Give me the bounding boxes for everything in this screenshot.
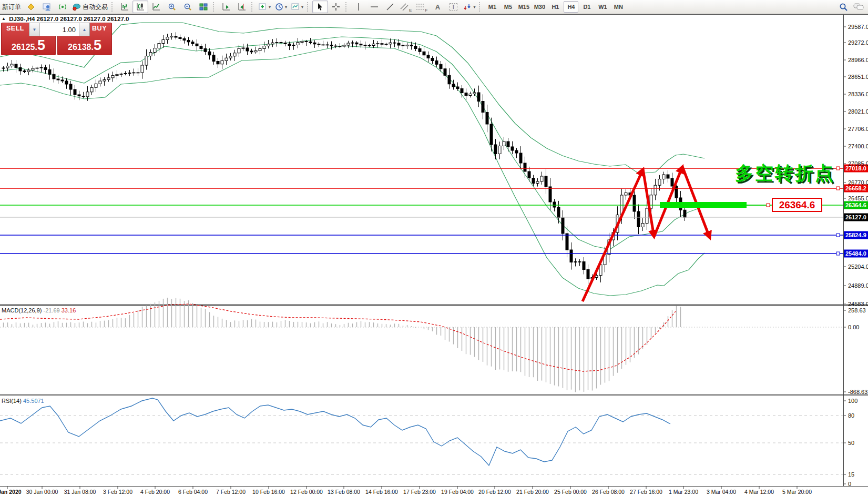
periods-button[interactable]: ▾	[273, 1, 289, 13]
time-tick-label: 19 Feb 04:00	[441, 489, 474, 495]
bar-chart-mode-button[interactable]	[117, 1, 132, 13]
volume-decrease-button[interactable]: ▼	[29, 23, 40, 36]
rsi-value: 45.5071	[23, 398, 44, 404]
chart-canvas[interactable]: 27018.026658.226364.626127.025824.925484…	[0, 0, 868, 496]
time-axis[interactable]: 8 Jan 202030 Jan 00:0031 Jan 08:003 Feb …	[0, 487, 812, 495]
highlight-zone-bar[interactable]	[660, 202, 747, 208]
toolbar-grip	[307, 2, 311, 12]
deposit-icon-button[interactable]	[23, 1, 39, 13]
arrows-tool-button[interactable]: ▾	[461, 1, 477, 13]
time-tick-label: 27 Feb 16:00	[630, 489, 662, 495]
timeframe-button-M5[interactable]: M5	[501, 1, 515, 13]
price-tick-label: 24583.0	[848, 301, 868, 307]
price-tick-label: 27706.0	[848, 126, 868, 132]
price-tick-label: 28336.0	[848, 91, 868, 97]
gold-diamond-icon	[27, 3, 35, 11]
timeframe-group: M1M5M15M30H1H4D1W1MN	[484, 1, 626, 13]
timeframe-button-M15[interactable]: M15	[516, 1, 531, 13]
templates-button[interactable]: ▾	[289, 1, 305, 13]
market-profile-button[interactable]	[39, 1, 55, 13]
toolbar-grip	[213, 2, 217, 12]
indicators-plus-icon	[259, 3, 267, 11]
toolbar-right	[839, 3, 864, 12]
chat-icon[interactable]	[853, 3, 864, 11]
auto-trading-button[interactable]: 自动交易	[70, 1, 110, 13]
axis-price-tag-text: 26364.6	[845, 202, 866, 208]
time-tick-label: 5 Mar 20:00	[782, 489, 812, 495]
horizontal-line-icon	[370, 3, 379, 11]
line-chart-mode-button[interactable]	[148, 1, 164, 13]
line-handle[interactable]	[836, 187, 840, 190]
price-tick-label: 28021.0	[848, 108, 868, 115]
indicators-button[interactable]: ▾	[257, 1, 273, 13]
time-tick-label: 4 Mar 12:00	[744, 489, 774, 495]
time-tick-label: 17 Feb 23:00	[403, 489, 436, 495]
time-tick-label: 14 Feb 16:00	[365, 489, 398, 495]
fibo-sub-label: F	[425, 8, 427, 13]
text-tool-button[interactable]: A	[430, 1, 445, 13]
text-label-icon: T	[450, 3, 457, 11]
chart-shift-button[interactable]	[234, 1, 250, 13]
signal-icon	[58, 3, 67, 11]
price-callout-label[interactable]: 26364.6	[772, 198, 822, 212]
line-handle[interactable]	[836, 252, 840, 255]
fibonacci-tool-button[interactable]: F	[414, 1, 430, 13]
turning-point-annotation[interactable]: 多空转折点	[735, 161, 835, 186]
zoom-out-button[interactable]	[180, 1, 196, 13]
axis-price-tag-text: 25484.0	[845, 250, 866, 257]
time-tick-label: 30 Jan 00:00	[26, 489, 58, 495]
callout-handle[interactable]	[767, 204, 770, 207]
horizontal-level-lines[interactable]	[0, 167, 843, 255]
candlestick-mode-button[interactable]	[132, 1, 148, 13]
cursor-tool-button[interactable]	[312, 1, 328, 13]
timeframe-button-D1[interactable]: D1	[579, 1, 594, 13]
text-label-tool-button[interactable]: T	[445, 1, 461, 13]
zoom-in-icon	[168, 3, 176, 11]
vertical-line-icon	[354, 3, 363, 11]
crosshair-tool-button[interactable]	[328, 1, 344, 13]
line-handle[interactable]	[836, 167, 840, 170]
template-icon	[291, 3, 300, 11]
equidistant-channel-tool-button[interactable]: E	[398, 1, 414, 13]
zoom-in-button[interactable]	[164, 1, 180, 13]
new-order-button[interactable]: 新订单	[0, 1, 23, 13]
time-tick-label: 4 Feb 20:00	[140, 489, 170, 495]
symbol-title-text: DJ30-,H4 26127.0 26127.0 26127.0 26127.0	[9, 16, 129, 22]
collapse-panel-icon[interactable]: ▲	[2, 16, 6, 21]
toolbar-grip	[479, 2, 483, 12]
chevron-down-icon: ▾	[285, 5, 287, 9]
trendline-tool-button[interactable]	[382, 1, 398, 13]
timeframe-button-M30[interactable]: M30	[532, 1, 547, 13]
line-handle[interactable]	[836, 234, 840, 237]
tile-windows-button[interactable]	[196, 1, 211, 13]
macd-signal-value: 33.16	[62, 307, 76, 313]
horizontal-line-tool-button[interactable]	[366, 1, 382, 13]
volume-stepper: ▼ ▲	[29, 23, 90, 36]
symbol-title: ▲ DJ30-,H4 26127.0 26127.0 26127.0 26127…	[2, 16, 129, 22]
rsi-indicator-label: RSI(14) 45.5071	[2, 398, 44, 404]
auto-scroll-button[interactable]	[218, 1, 234, 13]
text-tool-icon: A	[435, 3, 440, 11]
search-icon[interactable]	[839, 3, 848, 12]
timeframe-button-H4[interactable]: H4	[564, 1, 578, 13]
buy-price: 26138.5	[57, 37, 112, 54]
new-order-label: 新订单	[2, 3, 21, 12]
macd-tick-label: 0.00	[848, 324, 859, 330]
time-tick-label: 31 Jan 08:00	[64, 489, 96, 495]
volume-increase-button[interactable]: ▲	[79, 23, 89, 36]
time-tick-label: 8 Jan 2020	[0, 489, 22, 495]
clock-icon	[275, 3, 283, 11]
timeframe-button-W1[interactable]: W1	[595, 1, 610, 13]
volume-input[interactable]	[40, 23, 79, 36]
macd-tick-label: -868.63	[848, 389, 867, 395]
signal-button[interactable]	[55, 1, 70, 13]
candlestick-icon	[136, 3, 145, 11]
vertical-line-tool-button[interactable]	[351, 1, 366, 13]
timeframe-button-MN[interactable]: MN	[611, 1, 626, 13]
time-tick-label: 3 Feb 12:00	[103, 489, 132, 495]
buy-label: BUY	[92, 25, 107, 32]
timeframe-button-M1[interactable]: M1	[485, 1, 499, 13]
price-axis[interactable]: 27018.026658.226364.626127.025824.925484…	[843, 24, 868, 487]
timeframe-button-H1[interactable]: H1	[548, 1, 563, 13]
price-tick-label: 26770.0	[848, 179, 868, 186]
